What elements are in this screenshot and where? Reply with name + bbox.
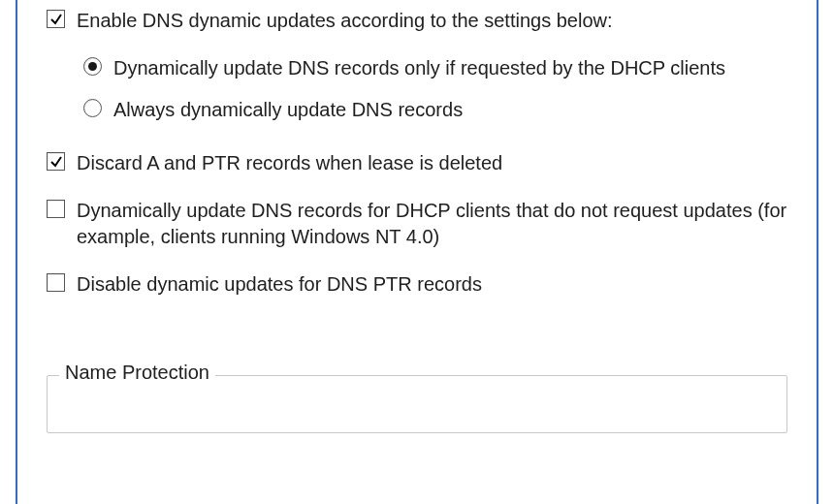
radio-update-if-requested[interactable] bbox=[83, 57, 102, 76]
disable-ptr-row[interactable]: Disable dynamic updates for DNS PTR reco… bbox=[47, 269, 787, 298]
enable-dns-updates-label: Enable DNS dynamic updates according to … bbox=[77, 6, 613, 34]
radio-always-update[interactable] bbox=[83, 99, 102, 117]
discard-records-checkbox[interactable] bbox=[47, 152, 65, 171]
name-protection-legend: Name Protection bbox=[59, 362, 215, 384]
disable-ptr-checkbox[interactable] bbox=[47, 273, 65, 292]
radio-dot-icon bbox=[88, 62, 97, 71]
dns-dynamic-updates-panel: Enable DNS dynamic updates according to … bbox=[16, 0, 818, 504]
discard-records-label: Discard A and PTR records when lease is … bbox=[77, 148, 502, 176]
update-no-request-checkbox[interactable] bbox=[47, 200, 65, 218]
update-no-request-label: Dynamically update DNS records for DHCP … bbox=[77, 196, 787, 250]
radio-always-update-row[interactable]: Always dynamically update DNS records bbox=[83, 95, 787, 123]
disable-ptr-label: Disable dynamic updates for DNS PTR reco… bbox=[77, 269, 482, 298]
radio-always-update-label: Always dynamically update DNS records bbox=[113, 95, 463, 123]
name-protection-groupbox: Name Protection bbox=[47, 375, 787, 433]
radio-update-if-requested-label: Dynamically update DNS records only if r… bbox=[113, 53, 725, 81]
enable-dns-updates-row[interactable]: Enable DNS dynamic updates according to … bbox=[47, 6, 787, 34]
checkmark-icon bbox=[49, 155, 63, 169]
radio-update-if-requested-row[interactable]: Dynamically update DNS records only if r… bbox=[83, 53, 787, 81]
update-no-request-row[interactable]: Dynamically update DNS records for DHCP … bbox=[47, 196, 787, 250]
enable-dns-updates-checkbox[interactable] bbox=[47, 10, 65, 28]
checkmark-icon bbox=[49, 13, 63, 26]
discard-records-row[interactable]: Discard A and PTR records when lease is … bbox=[47, 148, 787, 176]
